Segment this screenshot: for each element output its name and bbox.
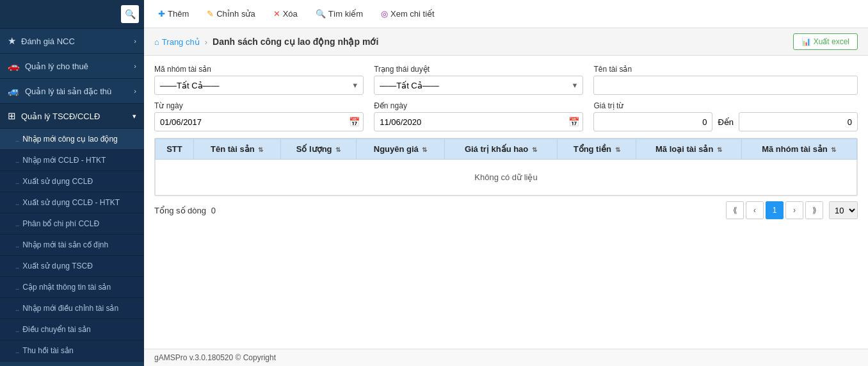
sort-icon: ⇅ [717,146,722,153]
total-count: 0 [211,206,216,215]
home-link[interactable]: ⌂ Trang chủ [154,37,200,47]
prev-page-button[interactable]: ‹ [746,201,764,219]
sidebar-sub-item-cap-nhat-thong-tin[interactable]: Cập nhật thông tin tài sản [0,277,144,298]
col-tong-tien[interactable]: Tổng tiền ⇅ [557,139,636,160]
x-icon: ✕ [273,9,280,19]
chevron-right-icon: › [134,37,136,45]
sidebar-item-label: Quản lý tài sản đặc thù [25,87,111,96]
excel-icon: 📊 [801,37,811,46]
page-1-button[interactable]: 1 [766,201,784,219]
gia-tri-range: Đến [593,112,858,131]
sidebar-sub-item-nhap-moi-cclđ-htkt[interactable]: Nhập mới CCLĐ - HTKT [0,150,144,171]
grid-icon: ⊞ [8,110,16,122]
submenu-item-label: Xuất sử dụng TSCĐ [22,262,92,270]
sort-icon: ⇅ [258,146,263,153]
next-page-button[interactable]: › [785,201,803,219]
edit-label: Chỉnh sửa [216,9,255,19]
chevron-right-icon: › [134,62,136,70]
den-ngay-input[interactable] [374,112,583,131]
star-icon: ★ [8,35,16,47]
sort-icon: ⇅ [532,146,537,153]
trang-thai-select-wrap: ——Tất Cả—— ▼ [374,76,583,95]
footer-text: gAMSPro v.3.0.180520 © Copyright [154,353,276,362]
sidebar-item-quan-ly-tscđ[interactable]: ⊞ Quản lý TSCĐ/CCLĐ ▾ [0,104,144,129]
submenu-item-label: Phân bổ chi phí CCLĐ [22,219,99,228]
sidebar-sub-item-xuat-su-dung-tscđ[interactable]: Xuất sử dụng TSCĐ [0,256,144,277]
page-title: Danh sách công cụ lao động nhập mới [213,37,378,47]
breadcrumb-separator: › [205,37,207,47]
submenu-item-label: Điều chuyển tài sản [22,325,90,334]
pagination-controls: ⟪ ‹ 1 › ⟫ 10 20 50 [726,201,858,219]
filter-ma-nhom: Mã nhóm tài sản ——Tất Cả—— ▼ [154,65,364,95]
trang-thai-select[interactable]: ——Tất Cả—— [374,76,583,95]
sidebar-submenu: Nhập mới công cụ lao động Nhập mới CCLĐ … [0,129,144,362]
chevron-down-icon: ▾ [133,112,136,121]
sidebar-sub-item-nhap-moi-tai-san-co-dinh[interactable]: Nhập mới tài sản cố định [0,235,144,256]
toolbar: ✚ Thêm ✎ Chỉnh sửa ✕ Xóa 🔍 Tìm kiếm ◎ Xe… [144,0,868,28]
footer: gAMSPro v.3.0.180520 © Copyright [144,349,868,366]
col-ma-loai-tai-san[interactable]: Mã loại tài sản ⇅ [636,139,741,160]
search-label: Tìm kiếm [328,9,363,19]
filter-tu-ngay: Từ ngày 📅 [154,101,364,131]
edit-button[interactable]: ✎ Chỉnh sửa [200,6,261,22]
sort-icon: ⇅ [615,146,620,153]
submenu-item-label: Xuất sử dụng CCLĐ - HTKT [22,198,120,207]
col-ten-tai-san[interactable]: Tên tài sản ⇅ [193,139,280,160]
sidebar-sub-item-thu-hoi[interactable]: Thu hồi tài sản [0,340,144,362]
sidebar-search-button[interactable]: 🔍 [121,5,139,23]
pagination-bar: Tổng số dòng 0 ⟪ ‹ 1 › ⟫ 10 20 50 [154,196,858,222]
table-body: Không có dữ liệu [156,160,857,195]
last-page-button[interactable]: ⟫ [805,201,823,219]
sort-icon: ⇅ [335,146,341,153]
col-stt: STT [156,139,194,160]
col-ma-nhom-tai-san[interactable]: Mã nhóm tài sản ⇅ [741,139,856,160]
sidebar-sub-item-phan-bo-chi-phi[interactable]: Phân bổ chi phí CCLĐ [0,213,144,235]
submenu-item-label: Xuất sử dụng CCLĐ [22,177,93,186]
den-ngay-date-wrap: 📅 [374,112,583,131]
home-icon: ⌂ [154,37,159,47]
data-table: STT Tên tài sản ⇅ Số lượng ⇅ Nguyên giá … [155,138,857,195]
export-excel-button[interactable]: 📊 Xuất excel [793,33,858,50]
delete-button[interactable]: ✕ Xóa [267,6,304,22]
ten-tai-san-label: Tên tài sản [593,65,858,74]
ma-nhom-select[interactable]: ——Tất Cả—— [154,76,364,95]
col-nguyen-gia[interactable]: Nguyên giá ⇅ [357,139,445,160]
sidebar-sub-item-xuat-su-dung-cclđ[interactable]: Xuất sử dụng CCLĐ [0,171,144,192]
col-so-luong[interactable]: Số lượng ⇅ [280,139,357,160]
page-size-select[interactable]: 10 20 50 [829,201,858,219]
detail-button[interactable]: ◎ Xem chi tiết [374,6,441,22]
pencil-icon: ✎ [207,9,214,19]
filter-gia-tri: Giá trị từ Đến [593,101,858,131]
submenu-item-label: Thu hồi tài sản [22,346,73,355]
chevron-right-icon: › [134,87,136,95]
tu-ngay-input[interactable] [154,112,364,131]
sidebar-sub-item-dieu-chuyen[interactable]: Điều chuyển tài sản [0,319,144,340]
car-icon: 🚗 [8,60,20,72]
breadcrumb: ⌂ Trang chủ › Danh sách công cụ lao động… [144,28,868,56]
table-header: STT Tên tài sản ⇅ Số lượng ⇅ Nguyên giá … [156,139,857,160]
sidebar-item-quan-ly-tai-san-dac-thu[interactable]: 🚙 Quản lý tài sản đặc thù › [0,79,144,104]
den-label: Đến [718,117,734,127]
add-button[interactable]: ✚ Thêm [152,6,195,22]
data-table-wrap: STT Tên tài sản ⇅ Số lượng ⇅ Nguyên giá … [154,138,858,196]
submenu-item-label: Nhập mới CCLĐ - HTKT [22,156,106,165]
sidebar-item-quan-ly-cho-thue[interactable]: 🚗 Quản lý cho thuê › [0,54,144,79]
submenu-item-label: Nhập mới điều chỉnh tài sản [22,304,118,313]
sidebar-sub-item-nhap-moi-dieu-chinh[interactable]: Nhập mới điều chỉnh tài sản [0,298,144,319]
no-data-row: Không có dữ liệu [156,160,857,195]
sidebar-item-danh-gia-ncc[interactable]: ★ Đánh giá NCC › [0,29,144,54]
trang-thai-label: Trạng thái duyệt [374,65,583,74]
detail-label: Xem chi tiết [390,9,435,19]
ten-tai-san-input[interactable] [593,76,858,95]
submenu-item-label: Cập nhật thông tin tài sản [22,283,111,292]
first-page-button[interactable]: ⟪ [726,201,744,219]
sidebar: 🔍 ★ Đánh giá NCC › 🚗 Quản lý cho thuê › … [0,0,144,366]
sidebar-sub-item-xuat-su-dung-cclđ-htkt[interactable]: Xuất sử dụng CCLĐ - HTKT [0,192,144,213]
gia-tri-den-input[interactable] [739,112,858,131]
sidebar-sub-item-nhap-moi-cong-cu[interactable]: Nhập mới công cụ lao động [0,129,144,150]
search-button[interactable]: 🔍 Tìm kiếm [309,6,369,22]
gia-tri-tu-input[interactable] [593,112,712,131]
col-gia-tri-khau-hao[interactable]: Giá trị khấu hao ⇅ [444,139,557,160]
sort-icon: ⇅ [422,146,427,153]
gia-tri-tu-label: Giá trị từ [593,101,858,110]
